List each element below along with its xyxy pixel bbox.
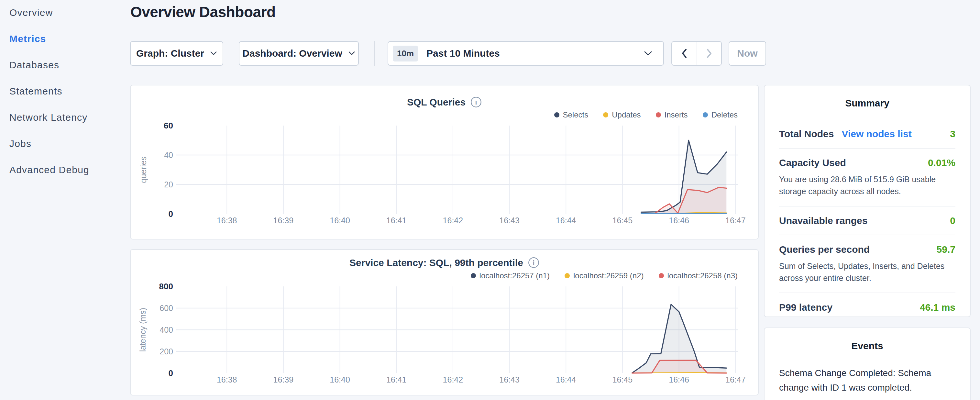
sidebar-item-metrics[interactable]: Metrics: [10, 25, 126, 52]
summary-label: Capacity Used: [779, 157, 846, 168]
summary-label: Total Nodes: [779, 129, 834, 139]
y-tick-label: 200: [159, 347, 173, 356]
legend-swatch: [703, 112, 708, 118]
sidebar-item-network-latency[interactable]: Network Latency: [10, 104, 126, 131]
x-tick-label: 16:38: [217, 375, 237, 384]
summary-value: 59.7: [937, 244, 955, 255]
summary-description: You are using 28.6 MiB of 515.9 GiB usab…: [779, 174, 955, 198]
summary-section-qps: Queries per second 59.7 Sum of Selects, …: [779, 235, 955, 293]
info-icon[interactable]: i: [528, 257, 539, 268]
events-title: Events: [779, 328, 955, 351]
sql-queries-plot[interactable]: 16:3816:3916:4016:4116:4216:4316:4416:45…: [131, 85, 758, 239]
info-icon[interactable]: i: [471, 96, 482, 108]
y-tick-label: 0: [169, 368, 173, 378]
graph-dropdown-label: Graph: Cluster: [136, 48, 204, 59]
y-tick-label: 20: [164, 180, 173, 189]
summary-section-p99: P99 latency 46.1 ms: [779, 293, 955, 321]
summary-value: 0.01%: [928, 157, 955, 168]
x-tick-label: 16:39: [274, 216, 294, 225]
summary-value: 0: [950, 215, 955, 226]
summary-section-total-nodes: Total Nodes View nodes list 3: [779, 120, 955, 148]
controls-bar: Graph: Cluster Dashboard: Overview 10m P…: [130, 41, 766, 66]
legend-label: Inserts: [665, 110, 688, 120]
dashboard-dropdown[interactable]: Dashboard: Overview: [239, 41, 359, 66]
chart-title: SQL Queries: [407, 97, 466, 108]
summary-label: Unavailable ranges: [779, 215, 867, 226]
chevron-down-icon: [644, 51, 652, 56]
sidebar-item-databases[interactable]: Databases: [10, 52, 126, 78]
x-tick-label: 16:44: [556, 375, 576, 384]
x-tick-label: 16:42: [443, 375, 463, 384]
time-range-label: Past 10 Minutes: [426, 48, 500, 59]
legend-item: Deletes: [703, 110, 738, 120]
summary-value: 3: [950, 129, 955, 139]
summary-panel: Summary Total Nodes View nodes list 3 Ca…: [764, 85, 970, 317]
view-nodes-list-link[interactable]: View nodes list: [842, 129, 912, 139]
summary-section-capacity: Capacity Used 0.01% You are using 28.6 M…: [779, 148, 955, 207]
svg-text:i: i: [475, 98, 477, 106]
time-range-picker[interactable]: 10m Past 10 Minutes: [388, 41, 664, 66]
x-tick-label: 16:38: [217, 216, 237, 225]
y-axis-unit-label: latency (ms): [138, 308, 147, 352]
legend-swatch: [659, 273, 664, 278]
legend-swatch: [656, 112, 661, 118]
summary-title: Summary: [779, 85, 955, 109]
legend-swatch: [554, 112, 559, 118]
x-tick-label: 16:47: [725, 375, 746, 384]
legend-label: Updates: [612, 110, 641, 120]
summary-label: P99 latency: [779, 302, 832, 313]
summary-label: Queries per second: [779, 244, 870, 255]
legend-label: Selects: [563, 110, 589, 120]
chevron-down-icon: [210, 51, 217, 56]
svg-text:i: i: [533, 259, 535, 266]
legend-swatch: [565, 273, 570, 278]
x-tick-label: 16:42: [443, 216, 463, 225]
sidebar-item-jobs[interactable]: Jobs: [10, 131, 126, 157]
sidebar-item-statements[interactable]: Statements: [10, 78, 126, 104]
now-button[interactable]: Now: [729, 41, 766, 66]
sql-queries-chart-card: 16:3816:3916:4016:4116:4216:4316:4416:45…: [130, 85, 759, 239]
chart-title: Service Latency: SQL, 99th percentile: [349, 257, 523, 268]
x-tick-label: 16:40: [330, 216, 350, 225]
time-prev-button[interactable]: [672, 42, 697, 65]
now-button-label: Now: [737, 48, 757, 59]
y-tick-label: 60: [164, 121, 173, 131]
y-tick-label: 0: [169, 209, 173, 219]
sidebar: Overview Metrics Databases Statements Ne…: [10, 0, 126, 183]
series-area-Inserts: [655, 187, 726, 214]
summary-description: Sum of Selects, Updates, Inserts, and De…: [779, 260, 955, 284]
x-tick-label: 16:40: [330, 375, 350, 384]
legend-item: localhost:26257 (n1): [471, 271, 550, 280]
x-tick-label: 16:41: [386, 216, 407, 225]
chart-title-row: SQL Queries i: [131, 96, 758, 108]
page-title: Overview Dashboard: [130, 3, 276, 21]
dashboard-dropdown-label: Dashboard: Overview: [242, 48, 342, 59]
sidebar-item-advanced-debug[interactable]: Advanced Debug: [10, 157, 126, 183]
y-tick-label: 400: [159, 325, 173, 334]
x-tick-label: 16:46: [669, 216, 689, 225]
y-tick-label: 600: [159, 304, 173, 312]
legend-item: Selects: [554, 110, 589, 120]
legend-item: localhost:26259 (n2): [565, 271, 644, 280]
time-next-button[interactable]: [697, 42, 721, 65]
time-pager: [671, 41, 722, 66]
legend-label: localhost:26259 (n2): [573, 271, 644, 280]
legend-swatch: [471, 273, 476, 278]
legend-item: Updates: [603, 110, 641, 120]
graph-dropdown[interactable]: Graph: Cluster: [130, 41, 223, 66]
chevron-down-icon: [348, 51, 355, 56]
service-latency-chart-card: 16:3816:3916:4016:4116:4216:4316:4416:45…: [130, 249, 759, 395]
legend-label: localhost:26257 (n1): [479, 271, 550, 280]
x-tick-label: 16:45: [612, 375, 633, 384]
x-tick-label: 16:46: [669, 375, 689, 384]
x-tick-label: 16:47: [725, 216, 746, 225]
controls-divider: [374, 41, 375, 66]
event-text: Schema Change Completed: Schema change w…: [779, 366, 955, 395]
legend-item: localhost:26258 (n3): [659, 271, 738, 280]
service-latency-legend: localhost:26257 (n1)localhost:26259 (n2)…: [471, 271, 738, 280]
summary-section-unavailable-ranges: Unavailable ranges 0: [779, 207, 955, 235]
x-tick-label: 16:45: [612, 216, 633, 225]
x-tick-label: 16:39: [274, 375, 294, 384]
sidebar-item-overview[interactable]: Overview: [10, 0, 126, 25]
legend-label: Deletes: [711, 110, 738, 120]
